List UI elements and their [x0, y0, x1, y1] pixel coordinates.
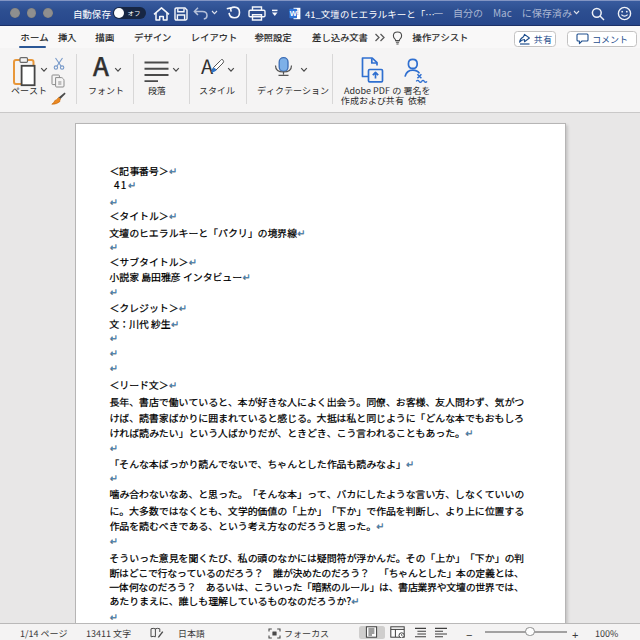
svg-text:A: A — [201, 57, 214, 79]
svg-text:A: A — [93, 57, 109, 78]
svg-text:W: W — [290, 9, 298, 18]
